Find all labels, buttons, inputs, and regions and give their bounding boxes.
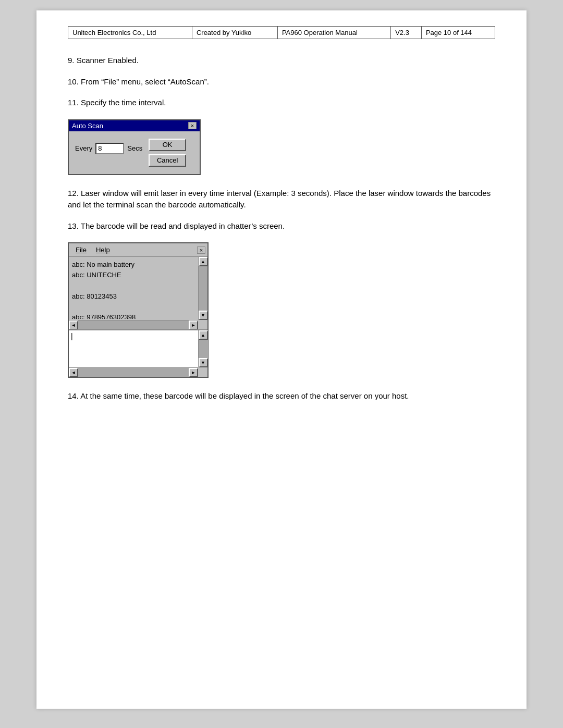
lower-horizontal-scrollbar: ◄ ► [69,367,198,377]
step-11-text: 11. Specify the time interval. [68,97,495,109]
created-cell: Created by Yukiko [192,27,277,39]
chat-line-1: abc: No main battery [72,260,194,269]
scroll-track-h [78,320,189,330]
step-10-text: 10. From “File” menu, select “AutoScan”. [68,76,495,88]
menu-file[interactable]: File [71,244,91,255]
lower-scrollbar-corner [198,367,207,377]
autoscan-dialog: Auto Scan × Every Secs OK Cancel [68,119,201,175]
vertical-scrollbar: ▲ ▼ [198,257,207,320]
step-14-text: 14. At the same time, these barcode will… [68,390,495,402]
product-cell: PA960 Operation Manual [277,27,390,39]
chat-cursor: | [69,330,75,342]
autoscan-buttons: OK Cancel [149,139,186,167]
chat-line-5 [72,302,194,312]
step-9-text: 9. Scanner Enabled. [68,55,495,67]
scroll-left-button[interactable]: ◄ [69,320,78,330]
chat-line-3 [72,281,194,290]
scroll-up-button[interactable]: ▲ [199,257,208,266]
chat-input-inner: | [69,330,197,366]
step-12-text: 12. Laser window will emit laser in ever… [68,188,495,211]
chat-close-button[interactable]: × [197,246,205,254]
chat-line-4: abc: 80123453 [72,292,194,301]
menu-help[interactable]: Help [91,244,115,255]
page-cell: Page 10 of 144 [421,27,495,39]
chat-menubar: File Help × [69,243,207,257]
lower-vertical-scrollbar: ▲ ▼ [198,330,207,367]
autoscan-close-button[interactable]: × [188,122,197,129]
every-label: Every [75,144,92,152]
scrollbar-corner [198,320,207,329]
page: Unitech Electronics Co., Ltd Created by … [36,10,527,709]
chat-lower-panel[interactable]: | ▲ ▼ ◄ ► [69,330,207,377]
scroll-down-button[interactable]: ▼ [199,311,208,320]
lower-scroll-right-button[interactable]: ► [189,368,198,377]
seconds-input[interactable] [95,143,124,154]
chat-line-6: abc: 9789576302398 [72,313,194,319]
chat-window: File Help × abc: No main battery abc: UN… [68,242,209,378]
chat-text-area: abc: No main battery abc: UNITECHE abc: … [69,257,197,319]
autoscan-title: Auto Scan [72,122,103,130]
scroll-right-button[interactable]: ► [189,320,198,330]
scroll-track-v [199,266,208,311]
version-cell: V2.3 [391,27,422,39]
header-table: Unitech Electronics Co., Ltd Created by … [68,26,495,39]
lower-scroll-up-button[interactable]: ▲ [199,330,208,340]
autoscan-title-bar: Auto Scan × [69,120,200,131]
cancel-button[interactable]: Cancel [149,154,186,167]
lower-scroll-track-v [199,340,208,358]
lower-scroll-left-button[interactable]: ◄ [69,368,78,377]
chat-line-2: abc: UNITECHE [72,270,194,280]
horizontal-scrollbar: ◄ ► [69,320,198,329]
chat-upper-panel: abc: No main battery abc: UNITECHE abc: … [69,257,207,330]
lower-scroll-track-h [78,368,189,377]
autoscan-input-row: Every Secs [75,143,142,154]
ok-button[interactable]: OK [149,139,186,151]
step-13-text: 13. The barcode will be read and display… [68,220,495,232]
menu-items: File Help [71,244,115,255]
secs-label: Secs [127,144,142,152]
company-cell: Unitech Electronics Co., Ltd [68,27,192,39]
lower-scroll-down-button[interactable]: ▼ [199,358,208,367]
autoscan-body: Every Secs OK Cancel [69,131,200,174]
autoscan-dialog-container: Auto Scan × Every Secs OK Cancel [68,119,495,175]
